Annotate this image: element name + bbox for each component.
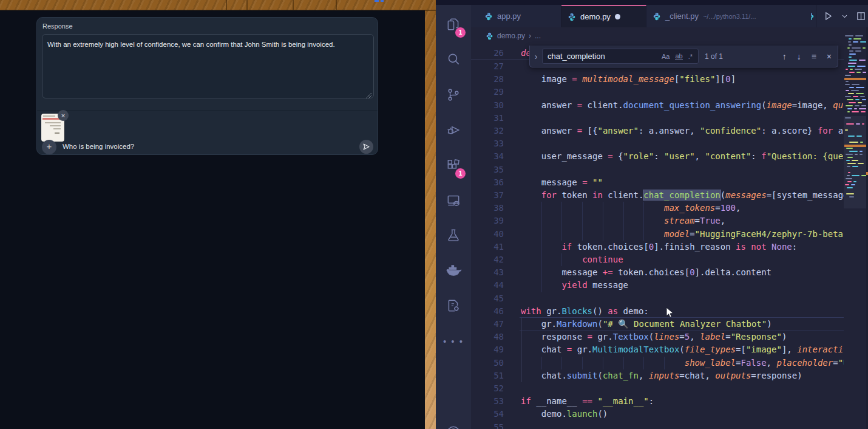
tab-client-py[interactable]: _client.py ~/.../python3.11/... bbox=[646, 5, 816, 27]
run-dropdown-icon[interactable] bbox=[841, 13, 848, 19]
line-number: 54 bbox=[471, 408, 504, 420]
line-number: 36 bbox=[471, 176, 504, 189]
tab-label: _client.py bbox=[665, 12, 699, 21]
code-line[interactable]: 45 bbox=[471, 292, 844, 306]
line-number: 35 bbox=[471, 163, 504, 176]
minimap-line bbox=[859, 60, 866, 61]
code-line[interactable]: 35 bbox=[471, 163, 844, 177]
remove-attachment-button[interactable]: × bbox=[58, 110, 69, 121]
minimap-line bbox=[855, 154, 858, 155]
explorer-icon[interactable]: 1 bbox=[436, 12, 471, 36]
code-line[interactable]: 29 bbox=[471, 86, 844, 99]
remote-explorer-icon[interactable] bbox=[436, 188, 471, 213]
minimap-line bbox=[847, 175, 850, 176]
add-file-button[interactable]: + bbox=[42, 140, 56, 154]
code-line[interactable]: 33 bbox=[471, 137, 844, 151]
minimap-line bbox=[847, 163, 856, 164]
code-line[interactable]: 41 if token.choices[0].finish_reason is … bbox=[471, 241, 844, 254]
line-number: 55 bbox=[471, 421, 504, 429]
minimap-line bbox=[852, 175, 860, 176]
minimap-line bbox=[855, 50, 861, 52]
whole-word-icon[interactable]: ab bbox=[675, 52, 682, 60]
code-line[interactable]: 31 bbox=[471, 112, 844, 125]
extensions-icon[interactable]: 1 bbox=[436, 153, 471, 177]
code-line[interactable]: 51 chat.submit(chat_fn, inputs=chat, out… bbox=[471, 369, 844, 383]
minimap[interactable] bbox=[844, 27, 868, 429]
line-number: 40 bbox=[471, 228, 504, 241]
find-close-icon[interactable]: × bbox=[827, 52, 832, 61]
find-query[interactable]: chat_completion bbox=[543, 52, 662, 61]
code-line[interactable]: 48 response = gr.Textbox(lines=5, label=… bbox=[471, 331, 844, 344]
minimap-line bbox=[848, 63, 856, 64]
code-line[interactable]: 49 chat = gr.MultimodalTextbox(file_type… bbox=[471, 343, 844, 357]
minimap-line bbox=[862, 123, 865, 125]
search-icon[interactable] bbox=[436, 47, 471, 72]
find-previous-icon[interactable]: ↑ bbox=[782, 52, 787, 61]
code-line[interactable]: 38 max_tokens=100, bbox=[471, 202, 844, 215]
gradio-form-panel: Response With an extremely high level of… bbox=[36, 17, 378, 155]
breadcrumb-file[interactable]: demo.py bbox=[497, 32, 525, 40]
send-icon bbox=[362, 143, 370, 151]
line-number: 30 bbox=[471, 99, 504, 112]
code-line[interactable]: 46with gr.Blocks() as demo: bbox=[471, 305, 844, 318]
find-results-count: 1 of 1 bbox=[705, 52, 723, 61]
minimap-line bbox=[855, 35, 863, 36]
code-line[interactable]: 28 image = multimodal_message["files"][0… bbox=[471, 73, 844, 86]
response-textarea[interactable]: With an extremely high level of confiden… bbox=[42, 34, 374, 98]
code-line[interactable]: 34 user_message = {"role": "user", "cont… bbox=[471, 150, 844, 163]
send-button[interactable] bbox=[359, 140, 373, 154]
toggle-replace-icon[interactable]: › bbox=[530, 52, 542, 61]
minimap-line bbox=[849, 196, 854, 197]
minimap-line bbox=[852, 111, 859, 112]
tab-app-py[interactable]: app.py bbox=[478, 5, 561, 27]
minimap-line bbox=[849, 151, 858, 152]
breadcrumb[interactable]: demo.py › ... bbox=[486, 27, 541, 44]
run-debug-icon[interactable] bbox=[436, 118, 471, 142]
docker-icon[interactable] bbox=[436, 258, 471, 283]
code-line[interactable]: 36 message = "" bbox=[471, 176, 844, 190]
code-line[interactable]: 43 message += token.choices[0].delta.con… bbox=[471, 266, 844, 280]
minimap-line bbox=[849, 72, 855, 73]
code-editor[interactable]: demo.py › ... 2728 image = multimodal_me… bbox=[471, 27, 868, 429]
minimap-line bbox=[848, 136, 855, 137]
code-line[interactable]: 50 show_label=False, placeholder="Upload… bbox=[471, 357, 844, 370]
breadcrumb-tail[interactable]: ... bbox=[535, 32, 541, 40]
code-line[interactable]: 37 for token in client.chat_completion(m… bbox=[471, 189, 844, 202]
tab-demo-py[interactable]: demo.py bbox=[561, 5, 646, 27]
explorer-badge: 1 bbox=[455, 27, 466, 38]
code-line[interactable]: 52 bbox=[471, 382, 844, 396]
textarea-resize-handle[interactable] bbox=[366, 93, 371, 98]
code-line[interactable]: 44 yield message bbox=[471, 279, 844, 292]
modified-dot-icon[interactable] bbox=[615, 14, 620, 19]
match-case-icon[interactable]: Aa bbox=[662, 53, 670, 60]
code-line[interactable]: 39 stream=True, bbox=[471, 214, 844, 228]
minimap-line bbox=[846, 178, 852, 179]
account-icon[interactable] bbox=[436, 420, 471, 429]
code-line[interactable]: 40 model="HuggingFaceH4/zephyr-7b-beta", bbox=[471, 228, 844, 241]
code-line[interactable]: 53if __name__ == "__main__": bbox=[471, 395, 844, 408]
find-input[interactable]: chat_completion Aa ab .* bbox=[542, 49, 699, 64]
run-button[interactable] bbox=[824, 12, 833, 21]
chat-message-input[interactable]: Who is being invoiced? bbox=[63, 143, 134, 150]
code-line[interactable]: 54 demo.launch() bbox=[471, 408, 844, 421]
split-editor-icon[interactable] bbox=[856, 12, 866, 21]
minimap-line bbox=[851, 184, 855, 185]
minimap-line bbox=[850, 69, 853, 70]
minimap-line bbox=[848, 41, 851, 43]
code-line[interactable]: 47 gr.Markdown("# 🔍 Document Analyzer Ch… bbox=[471, 318, 844, 331]
code-line[interactable]: 42 continue bbox=[471, 253, 844, 267]
regex-icon[interactable]: .* bbox=[688, 53, 693, 60]
source-control-icon[interactable] bbox=[436, 83, 471, 107]
minimap-line bbox=[847, 108, 852, 109]
find-next-icon[interactable]: ↓ bbox=[797, 52, 801, 61]
beaker-icon[interactable] bbox=[436, 223, 471, 247]
wallpaper-detail bbox=[375, 0, 379, 2]
file-gear-icon[interactable] bbox=[436, 293, 471, 318]
code-line[interactable]: 30 answer = client.document_question_ans… bbox=[471, 99, 844, 112]
minimap-line bbox=[863, 47, 866, 49]
code-line[interactable]: 32 answer = [{"answer": a.answer, "confi… bbox=[471, 125, 844, 138]
find-in-selection-icon[interactable]: ≡ bbox=[812, 52, 816, 61]
minimap-line bbox=[847, 187, 853, 188]
more-actions-icon[interactable]: • • • bbox=[436, 329, 471, 353]
code-line[interactable]: 55 bbox=[471, 421, 844, 429]
